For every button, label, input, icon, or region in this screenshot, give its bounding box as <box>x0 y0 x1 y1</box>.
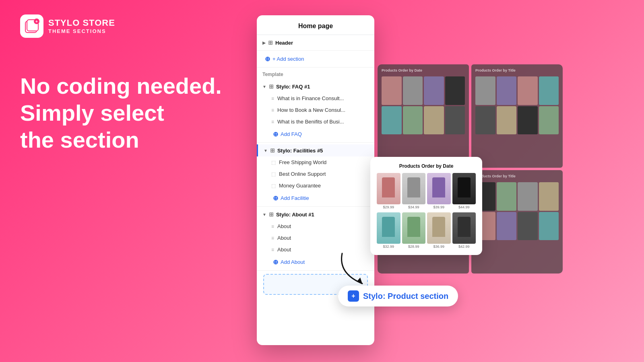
faq-item-3-label: What is the Benifits of Busi... <box>277 119 369 125</box>
grid-icon-faq: ⊞ <box>269 83 274 90</box>
crop-icon-1: ⬚ <box>271 160 276 165</box>
add-facilitie-label: Add Facilitie <box>281 195 309 201</box>
facilities-section-group: ▼ ⊞ Stylo: Facilities #5 ⬚ Free Shipping… <box>257 143 374 207</box>
plus-circle-icon-about: ⊕ <box>273 258 278 266</box>
faq-item-2[interactable]: ≡ How to Book a New Consul... <box>257 104 374 116</box>
product-thumb-5: $32.99 <box>377 212 400 249</box>
facilities-item-2[interactable]: ⬚ Best Online Support <box>257 168 374 180</box>
thumb-beige <box>427 212 451 244</box>
hero-line3: the section <box>20 127 139 152</box>
facilities-main-row[interactable]: ▼ ⊞ Stylo: Facilities #5 <box>257 144 374 156</box>
chevron-down-icon-faq: ▼ <box>262 84 266 89</box>
facilities-item-2-label: Best Online Support <box>279 171 369 177</box>
add-facilitie-row[interactable]: ⊕ Add Facilitie <box>257 191 374 205</box>
price-7: $36.99 <box>427 245 451 249</box>
plus-circle-icon: ⊕ <box>265 55 270 63</box>
faq-section-label: Stylo: FAQ #1 <box>276 84 369 90</box>
thumb-purple <box>427 173 451 204</box>
bg-panel-top-left: Products Order by Date <box>378 64 469 168</box>
facilities-item-3[interactable]: ⬚ Money Guarantee <box>257 180 374 191</box>
grid-icon-about: ⊞ <box>269 211 274 218</box>
list-icon-1: ≡ <box>271 96 274 101</box>
hero-line2: Simply select <box>20 100 164 125</box>
facilities-item-3-label: Money Guarantee <box>279 183 369 189</box>
product-thumb-3: $39.99 <box>427 173 451 209</box>
plus-circle-icon-faq: ⊕ <box>273 130 278 138</box>
faq-section-group: ▼ ⊞ Stylo: FAQ #1 ≡ What is in Finance C… <box>257 79 374 143</box>
thumb-gray <box>402 173 426 204</box>
badge-label: Stylo: Product section <box>363 292 448 301</box>
list-icon-2: ≡ <box>271 107 274 113</box>
add-faq-row[interactable]: ⊕ Add FAQ <box>257 128 374 141</box>
add-faq-label: Add FAQ <box>281 131 302 137</box>
price-4: $44.99 <box>452 205 476 209</box>
faq-item-3[interactable]: ≡ What is the Benifits of Busi... <box>257 116 374 128</box>
hero-line1: No coding needed. <box>20 73 222 99</box>
facilities-item-1[interactable]: ⬚ Free Shipping World <box>257 156 374 168</box>
brand-name-sub: THEME SECTIONS <box>48 28 115 34</box>
badge-plus-icon: + <box>348 290 359 302</box>
faq-main-row[interactable]: ▼ ⊞ Stylo: FAQ #1 <box>257 80 374 93</box>
list-icon-3: ≡ <box>271 119 274 125</box>
header-label: Header <box>275 40 369 46</box>
about-item-2-label: About <box>277 235 369 241</box>
about-item-1-label: About <box>277 223 369 229</box>
facilities-item-1-label: Free Shipping World <box>279 159 369 165</box>
product-thumb-6: $28.99 <box>402 212 426 249</box>
price-1: $29.99 <box>377 205 400 209</box>
hero-text: No coding needed. Simply select the sect… <box>20 72 222 154</box>
thumb-darkgray <box>452 212 476 244</box>
panel-title: Home page <box>298 23 333 29</box>
logo-icon: + <box>20 14 43 38</box>
crop-icon-2: ⬚ <box>271 171 276 177</box>
header-row[interactable]: ▶ ⊞ Header <box>257 37 374 49</box>
crop-icon-3: ⬚ <box>271 183 276 189</box>
add-section-group: ⊕ + Add section <box>257 51 374 68</box>
faq-item-1[interactable]: ≡ What is in Finance Consult... <box>257 93 374 104</box>
arrow-decoration <box>330 249 382 290</box>
add-about-label: Add About <box>281 259 305 265</box>
list-icon-about-2: ≡ <box>271 235 274 241</box>
thumb-green <box>402 212 426 244</box>
product-grid-row2: $32.99 $28.99 $36.99 $42.99 <box>377 212 476 249</box>
product-card: Products Order by Date $29.99 $34.99 $39… <box>370 157 482 255</box>
chevron-down-icon-about: ▼ <box>262 212 266 217</box>
product-section-badge: + Stylo: Product section <box>338 286 458 306</box>
add-section-label: + Add section <box>272 56 304 62</box>
price-5: $32.99 <box>377 245 400 249</box>
price-8: $42.99 <box>452 245 476 249</box>
thumb-black <box>452 173 476 204</box>
product-card-title: Products Order by Date <box>377 163 476 169</box>
bg-panel-top-right: Products Order by Title <box>471 64 563 168</box>
grid-icon: ⊞ <box>268 39 273 46</box>
about-item-1[interactable]: ≡ About <box>257 220 374 232</box>
chevron-right-icon: ▶ <box>262 41 266 45</box>
panel-header: Home page <box>257 15 374 35</box>
product-thumb-1: $29.99 <box>377 173 400 209</box>
about-section-label: Stylo: About #1 <box>276 212 369 218</box>
price-3: $39.99 <box>427 205 451 209</box>
facilities-section-label: Stylo: Facilities #5 <box>277 148 369 154</box>
add-section-row[interactable]: ⊕ + Add section <box>257 52 374 66</box>
price-6: $28.99 <box>402 245 426 249</box>
about-item-2[interactable]: ≡ About <box>257 232 374 244</box>
header-section-group: ▶ ⊞ Header <box>257 35 374 51</box>
product-thumb-4: $44.99 <box>452 173 476 209</box>
faq-item-2-label: How to Book a New Consul... <box>277 107 369 113</box>
product-thumb-2: $34.99 <box>402 173 426 209</box>
product-grid-row1: $29.99 $34.99 $39.99 $44.99 <box>377 173 476 209</box>
chevron-down-icon-facilities: ▼ <box>264 148 268 153</box>
grid-icon-facilities: ⊞ <box>270 147 275 154</box>
logo-area: + STYLO STORE THEME SECTIONS <box>20 14 115 38</box>
product-thumb-7: $36.99 <box>427 212 451 249</box>
price-2: $34.99 <box>402 205 426 209</box>
thumb-pink <box>377 173 400 204</box>
list-icon-about-1: ≡ <box>271 224 274 229</box>
about-main-row[interactable]: ▼ ⊞ Stylo: About #1 <box>257 208 374 220</box>
bg-panel-bottom-right: Products Order by Title <box>471 170 563 274</box>
faq-item-1-label: What is in Finance Consult... <box>277 95 369 101</box>
logo-text: STYLO STORE THEME SECTIONS <box>48 18 115 34</box>
thumb-teal <box>377 212 400 244</box>
list-icon-about-3: ≡ <box>271 247 274 253</box>
plus-circle-icon-facilities: ⊕ <box>273 194 278 202</box>
